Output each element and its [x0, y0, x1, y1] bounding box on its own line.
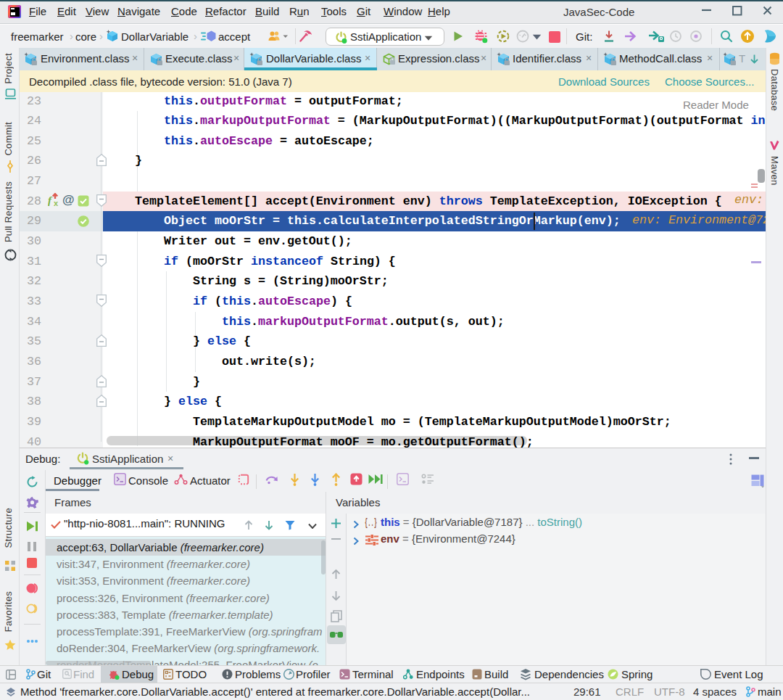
svg-text:f: f [48, 194, 53, 206]
svg-text:{..}: {..} [365, 517, 377, 528]
svg-text:x: x [54, 199, 59, 207]
